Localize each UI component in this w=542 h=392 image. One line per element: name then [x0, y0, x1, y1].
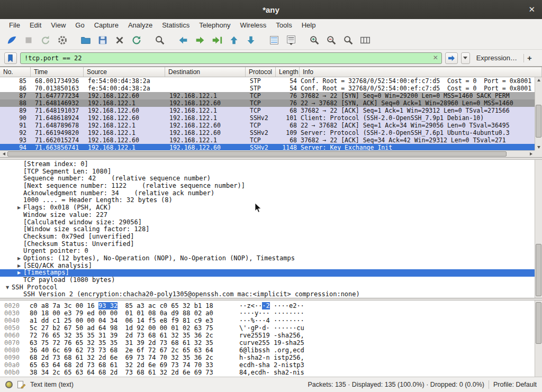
display-filter-input[interactable]: [20, 52, 442, 64]
hex-vertical-scrollbar[interactable]: [535, 300, 542, 377]
go-back-button[interactable]: [176, 33, 191, 48]
packet-row[interactable]: 8670.013850163fe:54:00:d4:38:2aSTP54Conf…: [0, 85, 535, 92]
detail-line[interactable]: Checksum: 0x79ed [unverified]: [0, 233, 535, 241]
hex-row[interactable]: 003080 18 00 e3 79 ed 00 00 01 01 08 0a …: [0, 309, 535, 317]
capture-comment-icon[interactable]: [17, 380, 26, 389]
column-header-time[interactable]: Time: [31, 67, 84, 77]
details-vertical-scrollbar[interactable]: [535, 160, 542, 298]
menu-telephony[interactable]: Telephony: [194, 19, 235, 31]
hscroll-track[interactable]: [7, 151, 527, 157]
resize-columns-button[interactable]: [358, 33, 373, 48]
go-forward-button[interactable]: [193, 33, 207, 48]
detail-line[interactable]: ▼SSH Protocol: [0, 284, 535, 291]
hex-row[interactable]: 006072 76 65 32 35 35 31 39 2d 73 68 61 …: [0, 332, 535, 339]
packet-row[interactable]: 9471.663856741192.168.122.1192.168.122.6…: [0, 144, 535, 150]
close-window-button[interactable]: ✕: [528, 5, 535, 14]
detail-line[interactable]: [Checksum Status: Unverified]: [0, 241, 535, 248]
packet-list-horizontal-scrollbar[interactable]: [0, 150, 535, 157]
menu-help[interactable]: Help: [297, 19, 321, 31]
detail-line[interactable]: [Calculated window size: 29056]: [0, 219, 535, 226]
capture-options-button[interactable]: [55, 33, 70, 48]
detail-line[interactable]: Window size value: 227: [0, 212, 535, 219]
hex-row[interactable]: 00a065 63 64 68 2d 73 68 61 32 2d 6e 69 …: [0, 361, 535, 369]
detail-line[interactable]: Acknowledgment number: 34 (relative ack …: [0, 190, 535, 197]
save-file-button[interactable]: [95, 33, 110, 48]
close-file-button[interactable]: [112, 33, 127, 48]
scrollbar-thumb[interactable]: [536, 244, 541, 296]
expander-icon[interactable]: ▶: [15, 262, 23, 270]
hex-row[interactable]: 00b038 34 2c 65 63 64 68 2d 73 68 61 32 …: [0, 369, 535, 376]
expression-button[interactable]: Expression…: [473, 54, 520, 62]
detail-line[interactable]: ▶[Timestamps]: [0, 269, 535, 277]
add-filter-button-plus[interactable]: +: [527, 53, 538, 62]
auto-scroll-button[interactable]: [284, 33, 299, 48]
detail-line[interactable]: [Next sequence number: 1122 (relative se…: [0, 183, 535, 190]
expander-icon[interactable]: ▶: [15, 204, 23, 212]
scroll-right-button[interactable]: [527, 151, 535, 157]
detail-line[interactable]: 1000 .... = Header Length: 32 bytes (8): [0, 197, 535, 204]
column-header-length[interactable]: Length: [276, 67, 300, 77]
detail-line[interactable]: Urgent pointer: 0: [0, 248, 535, 255]
hex-row[interactable]: 009068 2d 73 68 61 32 2d 6e 69 73 74 70 …: [0, 354, 535, 361]
restart-capture-button[interactable]: [38, 33, 53, 48]
packet-row[interactable]: 9071.648618924192.168.122.60192.168.122.…: [0, 114, 535, 122]
packet-row[interactable]: 9171.648789678192.168.122.1192.168.122.6…: [0, 122, 535, 129]
clear-filter-icon[interactable]: ✕: [433, 54, 438, 61]
titlebar[interactable]: *any ✕: [0, 0, 542, 19]
zoom-reset-button[interactable]: [341, 33, 356, 48]
filter-history-dropdown-button[interactable]: [461, 52, 470, 64]
packet-list-vertical-scrollbar[interactable]: [535, 77, 542, 150]
colorize-packets-button[interactable]: [267, 33, 282, 48]
packet-row[interactable]: 9371.662015274192.168.122.60192.168.122.…: [0, 136, 535, 144]
scroll-up-button[interactable]: [535, 77, 542, 83]
hex-row[interactable]: 00505c 27 b2 67 50 ad 64 98 1d 92 00 00 …: [0, 324, 535, 332]
apply-filter-button[interactable]: [445, 52, 458, 64]
scrollbar-thumb[interactable]: [536, 302, 541, 344]
menu-wireless[interactable]: Wireless: [235, 19, 271, 31]
find-packet-button[interactable]: [152, 33, 167, 48]
expander-icon[interactable]: ▶: [15, 255, 23, 262]
detail-line[interactable]: ▶[SEQ/ACK analysis]: [0, 262, 535, 270]
detail-line[interactable]: [Window size scaling factor: 128]: [0, 226, 535, 233]
column-header-no[interactable]: No.: [0, 67, 31, 77]
packet-row[interactable]: 8771.647777234192.168.122.60192.168.122.…: [0, 92, 535, 99]
go-to-packet-button[interactable]: [210, 33, 224, 48]
hex-row[interactable]: 008036 40 6c 69 62 73 73 68 2e 6f 72 67 …: [0, 347, 535, 354]
filter-bookmark-button[interactable]: [4, 52, 17, 64]
zoom-in-button[interactable]: [307, 33, 322, 48]
column-header-source[interactable]: Source: [84, 67, 165, 77]
menu-analyze[interactable]: Analyze: [123, 19, 157, 31]
status-profile[interactable]: Profile: Default: [493, 381, 537, 388]
packet-row[interactable]: 8568.001734936fe:54:00:d4:38:2aSTP54Conf…: [0, 77, 535, 85]
detail-line[interactable]: ▶Options: (12 bytes), No-Operation (NOP)…: [0, 255, 535, 262]
menu-edit[interactable]: Edit: [25, 19, 46, 31]
packet-row[interactable]: 8971.648191037192.168.122.60192.168.122.…: [0, 107, 535, 114]
packet-row[interactable]: 9271.661949820192.168.122.1192.168.122.6…: [0, 129, 535, 136]
detail-line[interactable]: [TCP Segment Len: 1080]: [0, 168, 535, 176]
expander-icon[interactable]: ▼: [3, 284, 12, 291]
scroll-left-button[interactable]: [0, 151, 7, 157]
hex-row[interactable]: 0040a1 dd c1 25 00 00 04 34 06 14 f5 e8 …: [0, 317, 535, 324]
reload-file-button[interactable]: [129, 33, 144, 48]
go-first-packet-button[interactable]: [227, 33, 241, 48]
scrollbar-thumb[interactable]: [536, 105, 541, 138]
detail-line[interactable]: ▶Flags: 0x018 (PSH, ACK): [0, 204, 535, 212]
column-header-destination[interactable]: Destination: [165, 67, 246, 77]
detail-line[interactable]: TCP payload (1080 bytes): [0, 277, 535, 284]
zoom-out-button[interactable]: [324, 33, 339, 48]
detail-line[interactable]: SSH Version 2 (encryption:chacha20-poly1…: [0, 291, 535, 298]
menu-statistics[interactable]: Statistics: [157, 19, 194, 31]
menu-file[interactable]: File: [4, 19, 25, 31]
column-header-info[interactable]: Info: [300, 67, 542, 77]
column-header-protocol[interactable]: Protocol: [246, 67, 276, 77]
hex-row[interactable]: 007063 75 72 76 65 32 35 35 31 39 2d 73 …: [0, 339, 535, 347]
scroll-down-button[interactable]: [535, 144, 542, 150]
menu-view[interactable]: View: [46, 19, 70, 31]
expert-info-icon[interactable]: [5, 381, 13, 388]
open-file-button[interactable]: [78, 33, 93, 48]
stop-capture-button[interactable]: [21, 33, 36, 48]
hscrollbar-thumb[interactable]: [7, 151, 507, 157]
menu-capture[interactable]: Capture: [89, 19, 123, 31]
detail-line[interactable]: [Stream index: 0]: [0, 161, 535, 168]
go-last-packet-button[interactable]: [243, 33, 258, 48]
